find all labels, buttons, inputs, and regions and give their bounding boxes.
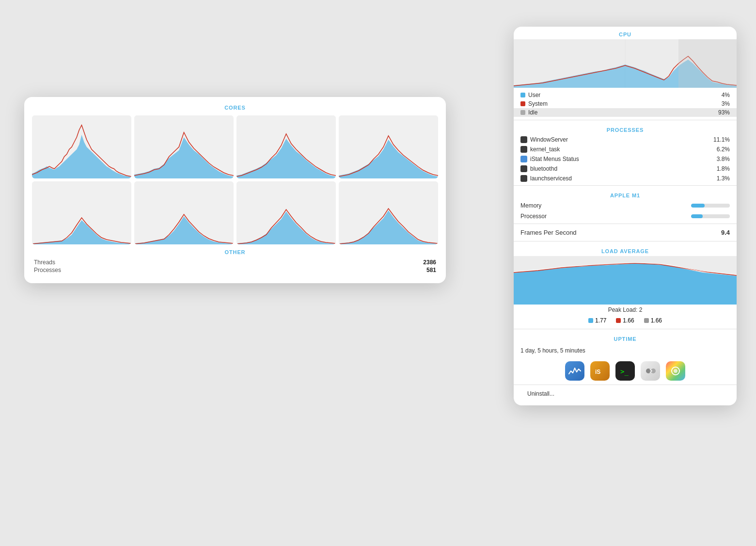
processor-bar-container <box>691 214 730 218</box>
memory-row: Memory <box>520 200 730 211</box>
other-section: OTHER Threads 2386 Processes 581 <box>32 249 438 275</box>
process-name-2: iStat Menus Status <box>530 156 579 162</box>
load-val-0: 1.77 <box>595 317 606 324</box>
bluetooth-icon <box>520 165 527 172</box>
process-name-0: WindowServer <box>530 136 568 143</box>
system-pct: 3% <box>722 100 730 107</box>
processes-label: Processes <box>34 267 61 273</box>
uptime-title: UPTIME <box>514 331 737 344</box>
processor-row: Processor <box>520 211 730 222</box>
process-name-1: kernel_task <box>530 146 560 153</box>
load-dot-2 <box>644 318 649 323</box>
right-panel: CPU User 4% System 3% <box>514 27 737 405</box>
apple-m1-section: Memory Processor <box>514 200 737 222</box>
process-name-3: bluetoothd <box>530 165 557 172</box>
svg-point-22 <box>674 369 677 373</box>
load-chart <box>514 256 737 305</box>
load-dot-1 <box>616 318 621 323</box>
uptime-section: 1 day, 5 hours, 5 minutes <box>514 344 737 357</box>
uninstall-section: Uninstall... <box>514 387 737 401</box>
fps-label: Frames Per Second <box>520 229 577 236</box>
core-cell-4 <box>339 115 438 178</box>
processes-row: Processes 581 <box>34 267 436 273</box>
activity-monitor-icon[interactable] <box>565 361 584 381</box>
color-sync-icon[interactable] <box>666 361 685 381</box>
memory-label: Memory <box>520 202 541 209</box>
process-pct-2: 3.8% <box>717 156 730 162</box>
cores-grid <box>32 115 438 244</box>
cores-title: CORES <box>32 105 438 111</box>
threads-row: Threads 2386 <box>34 259 436 266</box>
cores-panel: CORES <box>24 97 446 283</box>
load-avg-title: LOAD AVERAGE <box>514 243 737 256</box>
system-row: System 3% <box>520 99 730 108</box>
process-name-4: launchservicesd <box>530 175 572 182</box>
system-label: System <box>528 100 548 107</box>
load-val-1: 1.66 <box>623 317 634 324</box>
processes-title: PROCESSES <box>514 122 737 135</box>
windowserver-icon <box>520 136 527 143</box>
svg-text:>_: >_ <box>620 368 629 376</box>
cpu-legend: User 4% System 3% Idle 93% <box>514 90 737 118</box>
migration-icon[interactable] <box>641 361 660 381</box>
load-item-0: 1.77 <box>588 317 606 324</box>
istat-icon <box>520 156 527 162</box>
memory-bar-fill <box>691 204 705 208</box>
fps-value: 9.4 <box>721 229 730 236</box>
memory-bar-bg <box>691 204 730 208</box>
other-rows: Threads 2386 Processes 581 <box>32 259 438 275</box>
process-row-2: iStat Menus Status 3.8% <box>520 154 730 164</box>
idle-label: Idle <box>528 109 537 116</box>
user-row: User 4% <box>520 91 730 99</box>
svg-rect-12 <box>568 364 582 378</box>
cpu-chart <box>514 39 737 88</box>
load-legend: 1.77 1.66 1.66 <box>514 315 737 327</box>
other-title: OTHER <box>32 249 438 255</box>
load-dot-0 <box>588 318 593 323</box>
threads-label: Threads <box>34 259 55 266</box>
cpu-title: CPU <box>514 27 737 39</box>
process-row-1: kernel_task 6.2% <box>520 145 730 154</box>
load-item-2: 1.66 <box>644 317 662 324</box>
fps-row: Frames Per Second 9.4 <box>514 226 737 239</box>
process-pct-3: 1.8% <box>717 165 730 172</box>
processor-label: Processor <box>520 213 547 220</box>
core-cell-1 <box>32 115 131 178</box>
apple-m1-title: APPLE M1 <box>514 188 737 200</box>
processes-value: 581 <box>426 267 436 273</box>
uninstall-link[interactable]: Uninstall... <box>520 388 561 399</box>
svg-text:iS: iS <box>595 369 600 375</box>
user-pct: 4% <box>722 92 730 98</box>
idle-dot <box>520 110 525 115</box>
kernel-icon <box>520 146 527 153</box>
user-label: User <box>528 92 540 98</box>
idle-pct: 93% <box>718 109 730 116</box>
user-dot <box>520 93 525 97</box>
launch-icon <box>520 175 527 182</box>
peak-load-label: Peak Load: 2 <box>514 305 737 315</box>
app-icons-row: iS >_ <box>514 357 737 383</box>
processor-bar-fill <box>691 214 703 218</box>
core-cell-7 <box>236 181 336 244</box>
core-cell-5 <box>32 181 131 244</box>
core-cell-8 <box>339 181 438 244</box>
processor-bar-bg <box>691 214 730 218</box>
process-pct-4: 1.3% <box>717 175 730 182</box>
system-dot <box>520 101 525 106</box>
process-row-3: bluetoothd 1.8% <box>520 164 730 174</box>
load-val-2: 1.66 <box>651 317 662 324</box>
core-cell-2 <box>134 115 234 178</box>
idle-row: Idle 93% <box>514 108 737 117</box>
process-row-4: launchservicesd 1.3% <box>520 174 730 183</box>
load-item-1: 1.66 <box>616 317 634 324</box>
core-cell-3 <box>236 115 336 178</box>
threads-value: 2386 <box>423 259 436 266</box>
core-cell-6 <box>134 181 234 244</box>
terminal-icon[interactable]: >_ <box>615 361 635 381</box>
svg-rect-10 <box>678 39 737 88</box>
memory-bar-container <box>691 204 730 208</box>
process-pct-1: 6.2% <box>717 146 730 153</box>
istat-menus-icon[interactable]: iS <box>590 361 610 381</box>
uptime-value: 1 day, 5 hours, 5 minutes <box>520 347 585 354</box>
processes-section: WindowServer 11.1% kernel_task 6.2% iSta… <box>514 135 737 183</box>
